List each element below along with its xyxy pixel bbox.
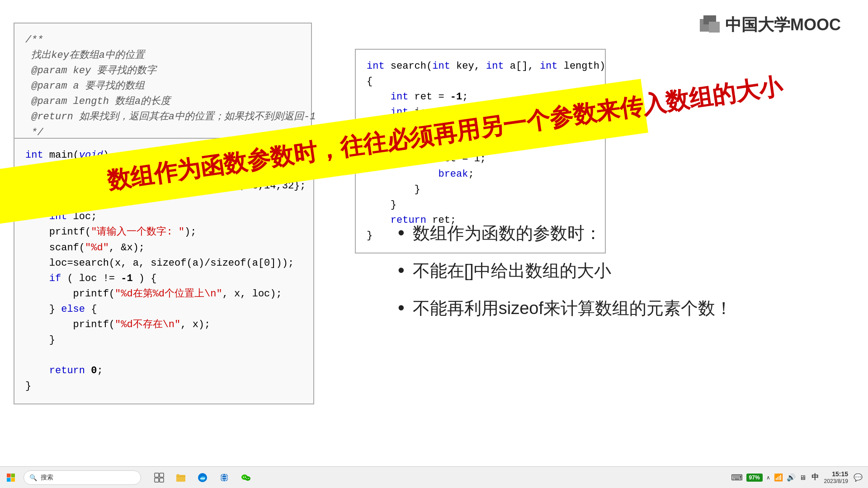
taskbar: 🔍 搜索	[0, 466, 868, 488]
volume-icon: 🔊	[787, 473, 796, 482]
edge-icon	[198, 473, 208, 483]
svg-rect-10	[160, 478, 164, 482]
svg-rect-9	[155, 478, 159, 482]
taskbar-search-bar[interactable]: 🔍 搜索	[24, 470, 141, 485]
time-display: 15:15 2023/8/19	[824, 470, 848, 485]
mooc-logo-icon	[699, 14, 722, 36]
svg-point-22	[246, 478, 247, 479]
svg-rect-6	[11, 478, 15, 482]
task-view-icon	[154, 473, 164, 483]
svg-rect-4	[11, 474, 15, 478]
svg-point-21	[245, 476, 246, 477]
svg-rect-8	[160, 473, 164, 477]
svg-rect-7	[155, 473, 159, 477]
battery-indicator: 97%	[746, 474, 763, 482]
svg-point-20	[243, 476, 244, 477]
wechat-icon	[241, 473, 251, 483]
svg-rect-12	[176, 475, 180, 476]
bullet-item-2: • 不能再利用sizeof来计算数组的元素个数！	[398, 296, 823, 320]
svg-point-23	[248, 478, 249, 479]
taskbar-right: ⌨ 97% ∧ 📶 🔊 🖥 中 15:15 2023/8/19 💬	[731, 470, 868, 485]
search-icon: 🔍	[29, 474, 37, 481]
wifi-icon: 📶	[774, 473, 783, 482]
bullet-title: • 数组作为函数的参数时：	[398, 221, 823, 245]
screen-icon: 🖥	[799, 474, 806, 481]
clock-date: 2023/8/19	[824, 478, 848, 485]
file-explorer-button[interactable]	[172, 469, 190, 487]
file-explorer-icon	[176, 473, 186, 483]
svg-rect-5	[7, 478, 11, 482]
wechat-button[interactable]	[237, 469, 255, 487]
main-content: 中国大学MOOC /** 找出key在数组a中的位置 @param key 要寻…	[0, 0, 868, 447]
ie-icon	[219, 473, 229, 483]
language-indicator[interactable]: 中	[811, 473, 819, 482]
logo-area: 中国大学MOOC	[699, 14, 841, 36]
ie-browser-button[interactable]	[215, 469, 233, 487]
bullet-item-1: • 不能在[]中给出数组的大小	[398, 259, 823, 283]
system-icons: ⌨ 97% ∧ 📶 🔊 🖥	[731, 473, 806, 483]
windows-icon	[6, 473, 15, 482]
svg-rect-3	[7, 474, 11, 478]
tray-expand-icon[interactable]: ∧	[766, 474, 770, 481]
edge-browser-button[interactable]	[193, 469, 212, 487]
start-button[interactable]	[0, 467, 22, 488]
accessibility-icon: ⌨	[731, 473, 743, 483]
notification-icon[interactable]: 💬	[854, 473, 863, 482]
bullets-section: • 数组作为函数的参数时： • 不能在[]中给出数组的大小 • 不能再利用siz…	[398, 221, 823, 334]
logo-text: 中国大学MOOC	[725, 14, 841, 36]
taskbar-apps	[150, 469, 255, 487]
task-view-button[interactable]	[150, 469, 168, 487]
svg-rect-2	[709, 22, 720, 33]
search-label: 搜索	[41, 474, 53, 482]
clock-time: 15:15	[824, 470, 848, 478]
